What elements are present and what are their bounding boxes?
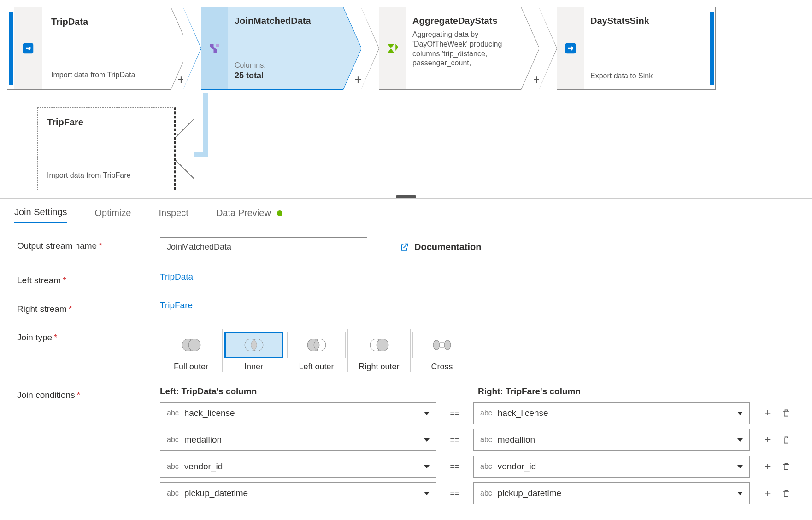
node-aggregate[interactable]: AggregateDayStats Aggregating data by 'D… — [361, 7, 540, 90]
columns-label: Columns: — [235, 61, 337, 70]
trash-icon — [782, 489, 791, 498]
label-output-stream: Output stream name* — [17, 237, 160, 251]
connector — [203, 93, 208, 157]
external-link-icon — [400, 243, 409, 252]
type-tag: abc — [167, 462, 179, 471]
column-name: medallion — [498, 435, 535, 445]
node-sink[interactable]: DayStatsSink Export data to Sink — [539, 7, 716, 90]
svg-point-13 — [444, 340, 451, 350]
right-column-select[interactable]: abcvendor_id — [473, 456, 750, 478]
equals-label: == — [446, 409, 464, 418]
tab-optimize[interactable]: Optimize — [95, 208, 131, 223]
label-left-stream: Left stream* — [17, 272, 160, 286]
type-tag: abc — [480, 409, 492, 417]
drag-handle[interactable] — [7, 7, 14, 90]
venn-right-icon — [368, 337, 391, 353]
settings-tabs: Join Settings Optimize Inspect Data Prev… — [0, 199, 812, 223]
right-column-select[interactable]: abcmedallion — [473, 429, 750, 451]
type-tag: abc — [167, 436, 179, 444]
tab-label: Data Preview — [216, 208, 271, 218]
condition-row: abcvendor_id==abcvendor_id+ — [160, 456, 795, 478]
node-title: TripFare — [47, 117, 165, 128]
right-stream-link[interactable]: TripFare — [160, 300, 193, 310]
delete-condition-button[interactable] — [780, 461, 792, 473]
node-join[interactable]: JoinMatchedData Columns: 25 total — [183, 7, 362, 90]
type-tag: abc — [167, 489, 179, 497]
equals-label: == — [446, 435, 464, 445]
node-desc: Export data to Sink — [590, 71, 702, 81]
add-condition-button[interactable]: + — [762, 434, 774, 446]
source-icon — [14, 7, 42, 90]
venn-cross-icon — [430, 337, 453, 353]
join-type-label: Full outer — [160, 362, 222, 372]
panel-resize-handle[interactable] — [396, 195, 416, 199]
type-tag: abc — [480, 489, 492, 497]
join-type-inner[interactable]: Inner — [223, 329, 285, 372]
join-type-label: Left outer — [285, 362, 347, 372]
svg-point-8 — [307, 339, 319, 351]
condition-row: abchack_license==abchack_license+ — [160, 402, 795, 424]
delete-condition-button[interactable] — [780, 487, 792, 499]
left-column-select[interactable]: abcpickup_datetime — [160, 482, 436, 504]
node-title: DayStatsSink — [590, 16, 702, 26]
flow-canvas[interactable]: TripData Import data from TripData + Tri… — [0, 0, 812, 199]
delete-condition-button[interactable] — [780, 407, 792, 419]
add-condition-button[interactable]: + — [762, 487, 774, 499]
chevron-down-icon — [737, 492, 743, 495]
chevron-down-icon — [424, 492, 430, 495]
column-name: hack_license — [184, 408, 235, 418]
right-column-select[interactable]: abchack_license — [473, 402, 750, 424]
node-title: JoinMatchedData — [235, 16, 337, 26]
chevron-down-icon — [424, 412, 430, 415]
conditions-left-header: Left: TripData's column — [160, 386, 436, 397]
connector — [194, 152, 208, 157]
chevron-down-icon — [424, 438, 430, 442]
add-condition-button[interactable]: + — [762, 407, 774, 419]
documentation-link[interactable]: Documentation — [400, 242, 482, 252]
venn-inner-icon — [242, 337, 265, 353]
join-type-left-outer[interactable]: Left outer — [285, 329, 348, 372]
left-column-select[interactable]: abcmedallion — [160, 429, 436, 451]
svg-point-11 — [377, 339, 388, 351]
columns-value: 25 total — [235, 70, 337, 81]
trash-icon — [782, 409, 791, 418]
column-name: vendor_id — [184, 462, 223, 472]
node-tripdata[interactable]: TripData Import data from TripData — [7, 7, 189, 90]
join-type-cross[interactable]: Cross — [411, 329, 473, 372]
column-name: hack_license — [498, 408, 548, 418]
label-join-type: Join type* — [17, 329, 160, 343]
tab-join-settings[interactable]: Join Settings — [14, 207, 67, 223]
trash-icon — [782, 435, 791, 444]
label-right-stream: Right stream* — [17, 300, 160, 314]
svg-point-3 — [188, 339, 200, 351]
conditions-right-header: Right: TripFare's column — [478, 386, 754, 397]
left-column-select[interactable]: abcvendor_id — [160, 456, 436, 478]
node-tripfare[interactable]: TripFare Import data from TripFare — [37, 107, 194, 190]
add-condition-button[interactable]: + — [762, 461, 774, 473]
chevron-down-icon — [737, 465, 743, 468]
link-label: Documentation — [414, 242, 482, 252]
type-tag: abc — [480, 462, 492, 471]
tab-data-preview[interactable]: Data Preview — [216, 208, 283, 223]
drag-handle[interactable] — [708, 7, 716, 90]
sink-icon — [557, 7, 584, 90]
node-desc: Import data from TripData — [51, 70, 162, 80]
type-tag: abc — [167, 409, 179, 417]
join-icon — [201, 7, 228, 90]
venn-full-icon — [180, 337, 203, 353]
output-stream-input[interactable] — [160, 237, 367, 257]
aggregate-icon — [379, 7, 406, 90]
tab-inspect[interactable]: Inspect — [159, 208, 188, 223]
type-tag: abc — [480, 436, 492, 444]
left-stream-link[interactable]: TripData — [160, 272, 193, 281]
join-type-full-outer[interactable]: Full outer — [160, 329, 223, 372]
node-desc: Import data from TripFare — [47, 171, 165, 181]
column-name: pickup_datetime — [184, 488, 248, 498]
delete-condition-button[interactable] — [780, 434, 792, 446]
column-name: pickup_datetime — [498, 488, 561, 498]
join-type-right-outer[interactable]: Right outer — [348, 329, 411, 372]
venn-left-icon — [305, 337, 328, 353]
chevron-down-icon — [424, 465, 430, 468]
right-column-select[interactable]: abcpickup_datetime — [473, 482, 750, 504]
left-column-select[interactable]: abchack_license — [160, 402, 436, 424]
